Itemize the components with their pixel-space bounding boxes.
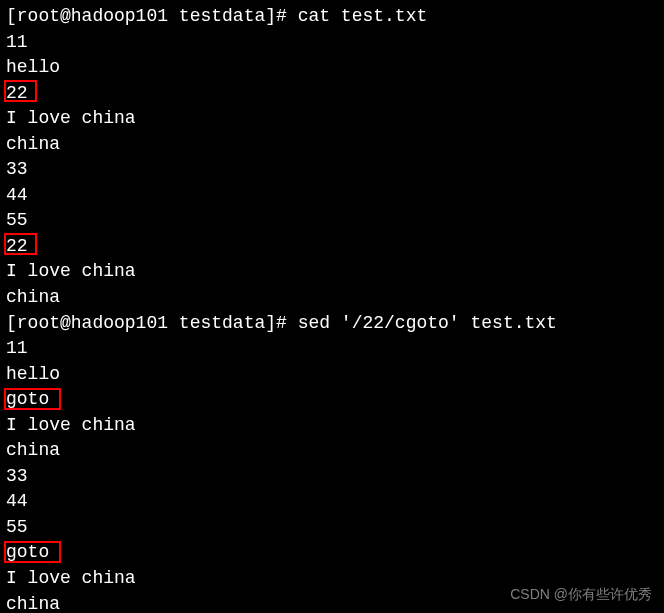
output-line: hello	[6, 55, 658, 81]
output-line: 55	[6, 515, 658, 541]
highlight-box	[4, 233, 37, 255]
output-line: goto	[6, 387, 658, 413]
output-line: 44	[6, 183, 658, 209]
output-line: I love china	[6, 106, 658, 132]
output-block-1: 11hello22I love chinachina33445522I love…	[6, 30, 658, 311]
output-line: I love china	[6, 259, 658, 285]
highlight-box	[4, 80, 37, 102]
output-line: 33	[6, 464, 658, 490]
highlight-box	[4, 388, 61, 410]
output-line: china	[6, 438, 658, 464]
output-line: hello	[6, 362, 658, 388]
output-line: 22	[6, 81, 658, 107]
output-line: I love china	[6, 413, 658, 439]
watermark: CSDN @你有些许优秀	[510, 585, 652, 605]
output-line: 44	[6, 489, 658, 515]
terminal-output: [root@hadoop101 testdata]# cat test.txt …	[6, 4, 658, 613]
highlight-box	[4, 541, 61, 563]
output-line: china	[6, 132, 658, 158]
output-line: china	[6, 285, 658, 311]
output-line: goto	[6, 540, 658, 566]
prompt-line-2: [root@hadoop101 testdata]# sed '/22/cgot…	[6, 311, 658, 337]
output-line: 33	[6, 157, 658, 183]
prompt-line-1: [root@hadoop101 testdata]# cat test.txt	[6, 4, 658, 30]
output-line: 11	[6, 336, 658, 362]
output-line: 22	[6, 234, 658, 260]
output-line: 11	[6, 30, 658, 56]
output-line: 55	[6, 208, 658, 234]
output-block-2: 11hellogotoI love chinachina334455gotoI …	[6, 336, 658, 613]
